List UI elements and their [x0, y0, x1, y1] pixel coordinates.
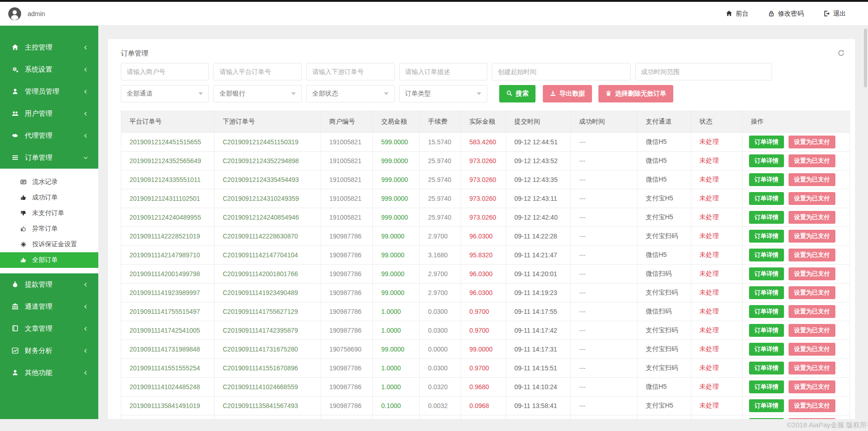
cell-merchant-no: 190987786 — [321, 227, 373, 246]
cell-status: 未处理 — [691, 265, 743, 284]
cell-platform-order-no: 20190911141742541005 — [121, 321, 214, 340]
order-detail-button[interactable]: 订单详情 — [749, 380, 784, 393]
search-icon — [506, 90, 513, 96]
set-paid-button[interactable]: 设置为已支付 — [789, 249, 835, 261]
set-paid-button[interactable]: 设置为已支付 — [789, 362, 835, 374]
user-avatar-icon — [8, 7, 21, 20]
order-detail-button[interactable]: 订单详情 — [749, 286, 784, 299]
withdraw-icon — [11, 281, 19, 288]
order-detail-button[interactable]: 订单详情 — [749, 267, 784, 280]
filter-row-2: 全部通道 全部银行 全部状态 订单类型 搜索 导出数据 — [121, 85, 849, 102]
sidebar-item-user-manage[interactable]: 用户管理 — [0, 102, 98, 125]
sidebar-item-agent-manage[interactable]: 代理管理 — [0, 125, 98, 147]
set-paid-button[interactable]: 设置为已支付 — [789, 305, 835, 318]
sidebar-subitem-flow-records[interactable]: 流水记录 — [0, 174, 98, 190]
cell-submit-time: 09-11 14:19:23 — [506, 284, 571, 302]
sidebar-item-system-settings[interactable]: 系统设置 — [0, 58, 98, 80]
set-paid-button[interactable]: 设置为已支付 — [789, 324, 835, 337]
cell-actions: 订单详情设置为已支付 — [743, 170, 850, 189]
cell-actual-amount: 973.0260 — [461, 170, 506, 189]
delete-button-label: 选择删除无效订单 — [615, 90, 666, 98]
order-detail-button[interactable]: 订单详情 — [749, 136, 784, 148]
set-paid-button[interactable]: 设置为已支付 — [789, 154, 835, 167]
cell-pay-channel: 微信扫码 — [637, 302, 691, 321]
cell-merchant-no: 190987786 — [321, 359, 373, 378]
order-type-select[interactable]: 订单类型 — [399, 85, 487, 102]
cell-platform-order-no: 20190911141731989848 — [121, 340, 214, 359]
bank-select[interactable]: 全部银行 — [214, 85, 302, 102]
sidebar-subitem-complaint-deposit-settings[interactable]: 投诉保证金设置 — [0, 237, 98, 252]
cell-merchant-no: 190987786 — [321, 378, 373, 397]
downstream-order-no-input[interactable] — [306, 63, 395, 80]
order-detail-button[interactable]: 订单详情 — [749, 192, 784, 205]
user-avatar[interactable] — [8, 7, 21, 20]
sidebar-item-channel-manage[interactable]: 通道管理 — [0, 295, 98, 318]
order-detail-button[interactable]: 订单详情 — [749, 362, 784, 374]
topnav-logout[interactable]: 退出 — [823, 10, 846, 18]
sidebar-subitem-success-orders[interactable]: 成功订单 — [0, 190, 98, 205]
topbar-nav: 前台修改密码退出 — [726, 10, 846, 18]
status-select[interactable]: 全部状态 — [306, 85, 395, 102]
sidebar-item-order-manage[interactable]: 订单管理 — [0, 147, 98, 169]
sidebar-item-article-manage[interactable]: 文章管理 — [0, 318, 98, 340]
order-detail-button[interactable]: 订单详情 — [749, 230, 784, 243]
sidebar-item-finance-analysis[interactable]: 财务分析 — [0, 340, 98, 362]
order-detail-button[interactable]: 订单详情 — [749, 343, 784, 356]
order-detail-button[interactable]: 订单详情 — [749, 211, 784, 224]
delete-invalid-orders-button[interactable]: 选择删除无效订单 — [598, 85, 673, 102]
cell-actual-amount: 0.9700 — [461, 321, 506, 340]
sidebar-item-withdraw-manage[interactable]: 提款管理 — [0, 273, 98, 295]
vertical-scrollbar-thumb[interactable] — [864, 28, 867, 87]
search-button[interactable]: 搜索 — [499, 85, 535, 102]
order-detail-button[interactable]: 订单详情 — [749, 154, 784, 167]
order-detail-button[interactable]: 订单详情 — [749, 173, 784, 186]
refresh-button[interactable] — [837, 49, 845, 57]
set-paid-button[interactable]: 设置为已支付 — [789, 173, 835, 186]
order-detail-button[interactable]: 订单详情 — [749, 305, 784, 318]
cell-success-time: --- — [571, 246, 637, 265]
sidebar-subitem-all-orders[interactable]: 全部订单 — [0, 252, 98, 268]
sidebar-item-main-control[interactable]: 主控管理 — [0, 36, 98, 58]
channel-select[interactable]: 全部通道 — [121, 85, 209, 102]
set-paid-button[interactable]: 设置为已支付 — [789, 399, 835, 412]
order-detail-button[interactable]: 订单详情 — [749, 249, 784, 261]
set-paid-button[interactable]: 设置为已支付 — [789, 380, 835, 393]
set-paid-button[interactable]: 设置为已支付 — [789, 230, 835, 243]
cell-trade-amount: 1.0000 — [373, 359, 420, 378]
cell-pay-channel: 支付宝扫码 — [637, 284, 691, 302]
set-paid-button[interactable]: 设置为已支付 — [789, 136, 835, 148]
set-paid-button[interactable]: 设置为已支付 — [789, 286, 835, 299]
sidebar-item-admin-manage[interactable]: 管理员管理 — [0, 80, 98, 102]
sidebar-subitem-abnormal-orders[interactable]: 异常订单 — [0, 221, 98, 237]
cell-actual-amount: 96.0300 — [461, 284, 506, 302]
set-paid-button[interactable]: 设置为已支付 — [789, 343, 835, 356]
topnav-change-password[interactable]: 修改密码 — [768, 10, 804, 18]
export-data-button[interactable]: 导出数据 — [543, 85, 592, 102]
cell-status: 未处理 — [691, 133, 743, 152]
set-paid-button[interactable]: 设置为已支付 — [789, 211, 835, 224]
merchant-no-input[interactable] — [121, 63, 209, 80]
platform-order-no-input[interactable] — [214, 63, 302, 80]
set-paid-button[interactable]: 设置为已支付 — [789, 192, 835, 205]
order-detail-button[interactable]: 订单详情 — [749, 324, 784, 337]
set-paid-button[interactable]: 设置为已支付 — [789, 267, 835, 280]
sidebar-subitem-label: 异常订单 — [32, 225, 58, 233]
order-description-input[interactable] — [399, 63, 487, 80]
sidebar-item-other-functions[interactable]: 其他功能 — [0, 362, 98, 384]
cell-submit-time: 09-11 14:17:55 — [506, 302, 571, 321]
cell-submit-time: 09-11 13:58:41 — [506, 397, 571, 415]
order-detail-button[interactable]: 订单详情 — [749, 399, 784, 412]
success-time-range-input[interactable] — [635, 63, 772, 80]
topnav-frontend[interactable]: 前台 — [726, 10, 749, 18]
cell-trade-amount: 599.0000 — [373, 133, 420, 152]
sidebar-subitem-unpaid-orders[interactable]: 未支付订单 — [0, 205, 98, 221]
cell-actions: 订单详情设置为已支付 — [743, 189, 850, 208]
column-header-actual-amount: 实际金额 — [461, 111, 506, 133]
sidebar-item-label: 管理员管理 — [25, 87, 59, 96]
column-header-fee: 手续费 — [420, 111, 461, 133]
sidebar-item-label: 其他功能 — [25, 369, 52, 377]
chevron-down-icon — [291, 92, 296, 95]
chevron-down-icon — [477, 92, 481, 95]
create-time-range-input[interactable] — [492, 63, 631, 80]
signout-icon — [823, 10, 830, 17]
